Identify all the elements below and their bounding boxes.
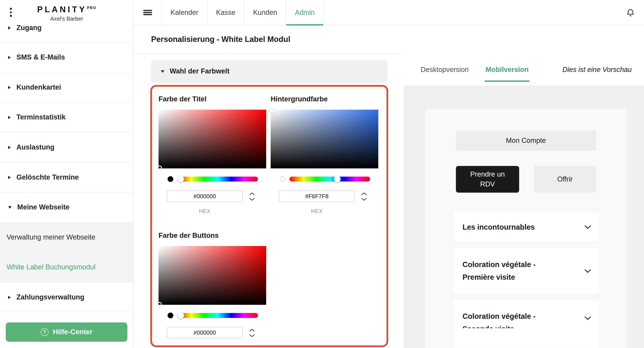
color-selector-handle[interactable] [269,108,274,113]
stepper-up-button[interactable] [248,328,256,332]
color-selector-handle[interactable] [157,302,162,306]
accordion-coloration-premiere-visite[interactable]: Coloration végétale - Première visite [453,248,599,294]
preview-body: Mon Compte Prendre un RDV Offrir Les inc… [404,86,644,348]
current-color-swatch [168,176,173,182]
kebab-menu-icon[interactable] [10,8,12,16]
sidebar-subitem-white-label-buchungsmodul[interactable]: White Label Buchungsmodul [0,252,133,282]
section-title: Wahl der Farbwelt [170,68,230,76]
sidebar-item-zahlungsverwaltung[interactable]: Zahlungsverwaltung [0,282,133,312]
chevron-right-icon [8,26,10,30]
account-button[interactable]: Mon Compte [456,130,596,151]
nav-tab-kalender[interactable]: Kalender [162,0,207,25]
accordion-title-line2: Seconde visite [462,323,579,328]
hue-slider-knob[interactable] [334,176,340,182]
stepper-up-button[interactable] [248,192,256,196]
help-center-area: ? Hilfe-Center [0,312,133,342]
stepper-down-button[interactable] [248,197,256,201]
chevron-right-icon [8,56,10,59]
section-toggle-farbwelt[interactable]: Wahl der Farbwelt [151,60,387,83]
offer-button[interactable]: Offrir [534,166,596,192]
chevron-right-icon [8,296,10,299]
color-picker-buttons: Farbe der Buttons [158,232,266,338]
hamburger-menu-button[interactable] [134,0,162,25]
preview-tab-mobilversion[interactable]: Mobilversion [486,54,528,85]
hex-input[interactable] [279,190,355,202]
sidebar-item-label: Auslastung [16,143,54,152]
hamburger-icon [143,9,152,16]
sidebar-item-kundenkartei[interactable]: Kundenkartei [0,72,133,102]
nav-tab-admin[interactable]: Admin [286,0,324,25]
nav-tab-kunden[interactable]: Kunden [244,0,286,25]
hue-slider-row [158,312,266,318]
sidebar: Zugang SMS & E-Mails Kundenkartei Termin… [0,23,134,348]
settings-main: Personalisierung - White Label Modul Wah… [134,26,404,348]
hex-stepper [248,192,256,201]
saturation-area[interactable] [271,110,378,168]
hue-slider[interactable] [178,313,258,318]
current-color-swatch [280,176,286,182]
hex-stepper [360,192,368,201]
hex-unit-label: HEX [279,208,355,214]
hex-row [271,190,378,202]
page-title-row: Personalisierung - White Label Modul [134,26,404,54]
hex-stepper [248,328,256,338]
preview-device-card: Mon Compte Prendre un RDV Offrir Les inc… [426,108,627,348]
book-appointment-button[interactable]: Prendre un RDV [456,166,519,192]
preview-tab-desktopversion[interactable]: Desktopversion [420,54,469,85]
saturation-area[interactable] [158,246,266,304]
accordion-coloration-clipped[interactable]: Coloration végétale - Seconde visite [453,300,599,348]
color-picker-label: Farbe der Buttons [158,232,266,240]
main-nav: Kalender Kasse Kunden Admin [134,0,644,26]
top-header: PLANITYPRO Axel's Barber Kalender Kasse … [0,0,644,26]
color-pickers-area: Farbe der Titel [151,83,387,348]
sidebar-item-label: Terminstatistik [16,114,66,122]
sidebar-item-label: Gelöschte Termine [16,173,78,182]
chevron-down-icon [584,225,591,229]
sidebar-item-geloeschte-termine[interactable]: Gelöschte Termine [0,162,133,192]
help-center-label: Hilfe-Center [53,328,92,336]
app-root: PLANITYPRO Axel's Barber Kalender Kasse … [0,0,644,348]
preview-pane: Desktopversion Mobilversion Dies ist ein… [404,54,644,348]
clipped-text-line: Seconde visite [462,323,579,328]
preview-action-buttons: Prendre un RDV Offrir [456,166,596,192]
help-center-button[interactable]: ? Hilfe-Center [6,322,128,342]
hex-row [158,190,266,202]
hex-input[interactable] [167,190,243,202]
preview-hint: Dies ist eine Vorschau [562,66,632,74]
hue-slider-knob[interactable] [178,312,184,319]
accordion-title-line1: Coloration végétale - [462,258,579,271]
hex-unit-label: HEX [167,208,243,214]
hue-slider[interactable] [290,176,370,182]
color-settings-panel: Wahl der Farbwelt Farbe der Titel [151,60,387,348]
stepper-up-button[interactable] [360,192,368,196]
hue-slider-row [271,176,378,182]
hex-input[interactable] [167,327,243,338]
brand-logo[interactable]: PLANITYPRO Axel's Barber [37,5,96,22]
sidebar-item-sms-emails[interactable]: SMS & E-Mails [0,42,133,72]
sidebar-item-label: Meine Webseite [17,203,70,212]
sidebar-subitem-verwaltung-webseite[interactable]: Verwaltung meiner Webseite [0,222,133,252]
hue-slider[interactable] [178,176,258,182]
color-picker-titles: Farbe der Titel [158,96,266,214]
collapse-icon [161,70,164,72]
hex-row [158,327,266,338]
accordion-les-incontournables[interactable]: Les incontournables [453,212,599,242]
sidebar-item-auslastung[interactable]: Auslastung [0,132,133,162]
sidebar-item-meine-webseite[interactable]: Meine Webseite [0,192,133,222]
color-picker-label: Farbe der Titel [158,96,266,104]
sidebar-item-terminstatistik[interactable]: Terminstatistik [0,102,133,132]
sidebar-item-label: SMS & E-Mails [16,54,65,62]
book-button-line1: Prendre un [470,170,505,179]
chevron-right-icon [8,86,10,89]
sidebar-item-zugang[interactable]: Zugang [0,23,133,42]
color-selector-handle[interactable] [157,166,162,170]
notifications-button[interactable] [623,0,638,25]
nav-tab-kasse[interactable]: Kasse [208,0,245,25]
stepper-down-button[interactable] [360,197,368,201]
saturation-area[interactable] [158,110,266,168]
sidebar-item-label: Kundenkartei [16,83,61,92]
sidebar-item-label: Zahlungsverwaltung [16,293,84,301]
hue-slider-knob[interactable] [178,176,184,182]
chevron-right-icon [8,146,10,149]
stepper-down-button[interactable] [248,334,256,338]
